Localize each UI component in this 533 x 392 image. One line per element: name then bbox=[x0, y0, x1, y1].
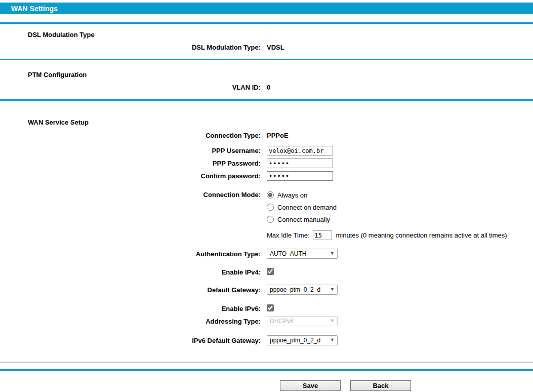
connection-type-row: Connection Type: PPPoE bbox=[0, 132, 533, 139]
ptm-section-heading: PTM Configuration bbox=[0, 71, 533, 79]
max-idle-time-input[interactable] bbox=[313, 230, 332, 240]
connection-mode-label: Connection Mode: bbox=[0, 191, 261, 199]
connection-type-label: Connection Type: bbox=[0, 132, 261, 139]
confirm-password-label: Confirm password: bbox=[0, 172, 261, 180]
ppp-password-row: PPP Password: bbox=[0, 159, 533, 168]
dsl-section-heading: DSL Modulation Type bbox=[0, 31, 533, 38]
ipv6-default-gateway-row: IPv6 Default Gateway: pppoe_ptm_0_2_d ▼ bbox=[0, 335, 533, 345]
always-on-radio[interactable] bbox=[267, 191, 274, 199]
page-title: WAN Settings bbox=[0, 5, 58, 13]
enable-ipv6-row: Enable IPv6: bbox=[0, 304, 533, 313]
section-divider bbox=[0, 22, 533, 24]
ppp-password-label: PPP Password: bbox=[0, 160, 261, 167]
section-divider bbox=[0, 99, 533, 101]
connect-on-demand-label[interactable]: Connect on demand bbox=[277, 204, 337, 211]
confirm-password-input[interactable] bbox=[267, 171, 333, 181]
confirm-password-row: Confirm password: bbox=[0, 171, 533, 181]
max-idle-time-hint: minutes (0 meaning connection remains ac… bbox=[336, 231, 507, 239]
connect-manually-radio[interactable] bbox=[267, 216, 274, 223]
connection-mode-row: Connection Mode: Always on Connect on de… bbox=[0, 191, 533, 240]
addressing-type-select[interactable]: DHCPv6 bbox=[267, 316, 338, 326]
default-gateway-select[interactable]: pppoe_ptm_0_2_d bbox=[267, 285, 338, 295]
connection-mode-option: Connect on demand bbox=[267, 203, 507, 211]
enable-ipv4-label: Enable IPv4: bbox=[0, 268, 261, 276]
vlan-id-row: VLAN ID: 0 bbox=[0, 84, 533, 91]
addressing-type-label: Addressing Type: bbox=[0, 318, 261, 325]
vlan-id-value: 0 bbox=[267, 84, 270, 91]
vlan-id-label: VLAN ID: bbox=[0, 84, 261, 91]
enable-ipv4-row: Enable IPv4: bbox=[0, 268, 533, 277]
max-idle-time-label: Max Idle Time: bbox=[267, 231, 310, 239]
footer-divider-gray bbox=[0, 362, 533, 363]
save-button[interactable]: Save bbox=[280, 380, 341, 391]
always-on-label[interactable]: Always on bbox=[277, 191, 307, 199]
authentication-type-select[interactable]: AUTO_AUTH bbox=[267, 249, 338, 259]
enable-ipv6-checkbox[interactable] bbox=[267, 304, 274, 311]
button-gap bbox=[341, 380, 350, 391]
default-gateway-row: Default Gateway: pppoe_ptm_0_2_d ▼ bbox=[0, 285, 533, 295]
connect-on-demand-radio[interactable] bbox=[267, 204, 274, 211]
ipv6-default-gateway-label: IPv6 Default Gateway: bbox=[0, 337, 261, 344]
ppp-username-label: PPP Username: bbox=[0, 147, 261, 154]
enable-ipv4-checkbox[interactable] bbox=[267, 268, 274, 275]
back-button[interactable]: Back bbox=[350, 380, 411, 391]
ppp-password-input[interactable] bbox=[267, 159, 333, 168]
ppp-username-input[interactable] bbox=[267, 146, 333, 155]
wan-settings-page: WAN Settings DSL Modulation Type DSL Mod… bbox=[0, 0, 533, 392]
connect-manually-label[interactable]: Connect manually bbox=[277, 216, 330, 223]
footer-buttons: Save Back bbox=[0, 380, 533, 391]
authentication-type-row: Authentication Type: AUTO_AUTH ▼ bbox=[0, 249, 533, 259]
section-divider bbox=[0, 59, 533, 60]
wan-section-heading: WAN Service Setup bbox=[0, 119, 533, 126]
default-gateway-label: Default Gateway: bbox=[0, 286, 261, 294]
dsl-modulation-row: DSL Modulation Type: VDSL bbox=[0, 44, 533, 51]
addressing-type-row: Addressing Type: DHCPv6 ▼ bbox=[0, 316, 533, 326]
footer-divider-blue bbox=[0, 369, 533, 371]
dsl-modulation-value: VDSL bbox=[267, 44, 284, 51]
connection-mode-option: Always on bbox=[267, 191, 507, 199]
page-header-bar: WAN Settings bbox=[0, 3, 533, 14]
connection-mode-option: Connect manually bbox=[267, 215, 507, 223]
enable-ipv6-label: Enable IPv6: bbox=[0, 305, 261, 312]
ppp-username-row: PPP Username: bbox=[0, 146, 533, 155]
max-idle-time-row: Max Idle Time: minutes (0 meaning connec… bbox=[267, 230, 507, 240]
ipv6-default-gateway-select[interactable]: pppoe_ptm_0_2_d bbox=[267, 335, 338, 345]
authentication-type-label: Authentication Type: bbox=[0, 250, 261, 258]
connection-type-value: PPPoE bbox=[267, 132, 289, 139]
connection-mode-options: Always on Connect on demand Connect manu… bbox=[267, 191, 507, 227]
dsl-modulation-label: DSL Modulation Type: bbox=[0, 44, 261, 51]
